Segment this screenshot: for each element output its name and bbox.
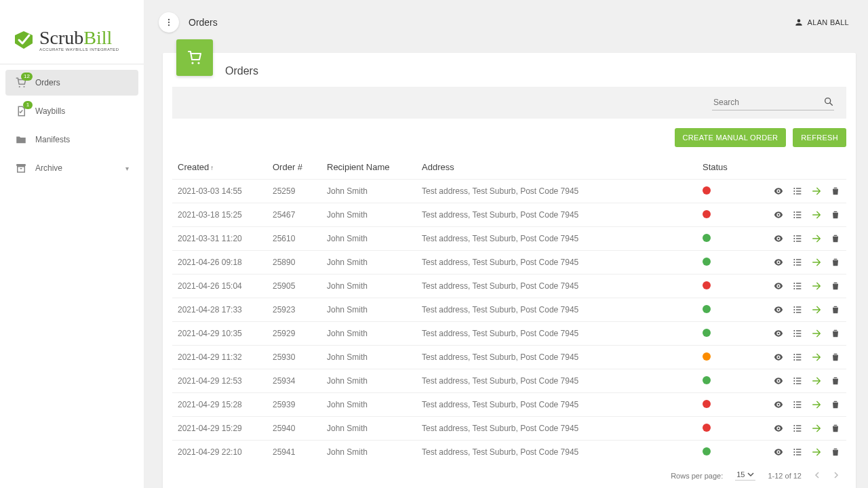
sidebar: ScrubBill ACCURATE WAYBILLS INTEGRATED 1… (0, 0, 144, 488)
pagination-prev[interactable] (814, 472, 821, 480)
send-icon[interactable] (811, 257, 822, 268)
status-dot (703, 186, 711, 195)
archive-icon (15, 162, 27, 174)
table-row[interactable]: 2021-03-31 11:2025610John SmithTest addr… (172, 227, 846, 251)
svg-point-8 (168, 24, 170, 26)
view-icon[interactable] (773, 423, 784, 434)
table-row[interactable]: 2021-04-26 09:1825890John SmithTest addr… (172, 251, 846, 274)
sidebar-item-archive[interactable]: Archive▾ (5, 155, 138, 181)
svg-point-18 (793, 193, 795, 195)
list-icon[interactable] (792, 257, 803, 268)
delete-icon[interactable] (830, 186, 841, 197)
list-icon[interactable] (792, 233, 803, 244)
list-icon[interactable] (792, 399, 803, 410)
svg-point-62 (778, 357, 780, 359)
table-row[interactable]: 2021-03-18 15:2525467John SmithTest addr… (172, 203, 846, 227)
delete-icon[interactable] (830, 375, 841, 386)
sidebar-item-label: Orders (35, 78, 60, 87)
delete-icon[interactable] (830, 352, 841, 363)
list-icon[interactable] (792, 186, 803, 197)
cell-address: Test address, Test Suburb, Post Code 794… (416, 251, 697, 274)
create-manual-order-button[interactable]: CREATE MANUAL ORDER (675, 128, 787, 147)
sidebar-item-orders[interactable]: 12Orders (5, 70, 138, 96)
list-icon[interactable] (792, 423, 803, 434)
delete-icon[interactable] (830, 304, 841, 315)
list-icon[interactable] (792, 209, 803, 220)
table-row[interactable]: 2021-04-29 15:2925940John SmithTest addr… (172, 417, 846, 441)
send-icon[interactable] (811, 233, 822, 244)
svg-point-13 (778, 190, 780, 192)
svg-point-91 (793, 449, 795, 450)
user-chip[interactable]: ALAN BALL (794, 18, 849, 27)
cell-created: 2021-04-29 15:29 (172, 417, 267, 441)
col-created[interactable]: Created↑ (172, 155, 267, 180)
svg-point-23 (793, 214, 795, 216)
delete-icon[interactable] (830, 209, 841, 220)
svg-rect-57 (796, 330, 801, 331)
list-icon[interactable] (792, 281, 803, 291)
send-icon[interactable] (811, 423, 822, 434)
delete-icon[interactable] (830, 399, 841, 410)
svg-rect-80 (796, 404, 801, 405)
list-icon[interactable] (792, 375, 803, 386)
view-icon[interactable] (773, 352, 784, 363)
send-icon[interactable] (811, 375, 822, 386)
list-icon[interactable] (792, 352, 803, 363)
cell-address: Test address, Test Suburb, Post Code 794… (416, 298, 697, 322)
view-icon[interactable] (773, 447, 784, 458)
delete-icon[interactable] (830, 423, 841, 434)
col-order[interactable]: Order # (267, 155, 321, 180)
delete-icon[interactable] (830, 328, 841, 339)
send-icon[interactable] (811, 328, 822, 339)
view-icon[interactable] (773, 375, 784, 386)
list-icon[interactable] (792, 328, 803, 339)
send-icon[interactable] (811, 186, 822, 197)
more-button[interactable] (159, 12, 179, 33)
table-row[interactable]: 2021-04-29 10:3525929John SmithTest addr… (172, 322, 846, 346)
send-icon[interactable] (811, 281, 822, 291)
send-icon[interactable] (811, 209, 822, 220)
view-icon[interactable] (773, 304, 784, 315)
delete-icon[interactable] (830, 233, 841, 244)
send-icon[interactable] (811, 304, 822, 315)
pagination-next[interactable] (833, 472, 840, 480)
cell-created: 2021-03-18 15:25 (172, 203, 267, 227)
send-icon[interactable] (811, 447, 822, 458)
col-recipient[interactable]: Recipient Name (321, 155, 416, 180)
delete-icon[interactable] (830, 447, 841, 458)
list-icon[interactable] (792, 304, 803, 315)
table-row[interactable]: 2021-04-28 17:3325923John SmithTest addr… (172, 298, 846, 322)
cell-address: Test address, Test Suburb, Post Code 794… (416, 274, 697, 298)
delete-icon[interactable] (830, 281, 841, 291)
view-icon[interactable] (773, 257, 784, 268)
col-address[interactable]: Address (416, 155, 697, 180)
cell-created: 2021-04-28 17:33 (172, 298, 267, 322)
rows-per-page-select[interactable]: 15 (735, 470, 755, 481)
table-row[interactable]: 2021-04-29 11:3225930John SmithTest addr… (172, 346, 846, 369)
sidebar-item-waybills[interactable]: 1Waybills (5, 98, 138, 124)
svg-point-84 (793, 425, 795, 426)
table-row[interactable]: 2021-04-29 22:1025941John SmithTest addr… (172, 441, 846, 464)
cell-order: 25930 (267, 346, 321, 369)
send-icon[interactable] (811, 399, 822, 410)
view-icon[interactable] (773, 209, 784, 220)
search-field[interactable] (712, 95, 834, 110)
send-icon[interactable] (811, 352, 822, 363)
view-icon[interactable] (773, 233, 784, 244)
view-icon[interactable] (773, 281, 784, 291)
main: Orders ALAN BALL Orders (144, 0, 868, 488)
table-row[interactable]: 2021-04-29 15:2825939John SmithTest addr… (172, 393, 846, 417)
view-icon[interactable] (773, 186, 784, 197)
list-icon[interactable] (792, 447, 803, 458)
search-input[interactable] (712, 95, 834, 110)
col-status[interactable]: Status (697, 155, 745, 180)
sidebar-item-manifests[interactable]: Manifests (5, 127, 138, 152)
search-icon[interactable] (823, 96, 834, 109)
refresh-button[interactable]: REFRESH (793, 128, 846, 147)
table-row[interactable]: 2021-04-29 12:5325934John SmithTest addr… (172, 369, 846, 393)
view-icon[interactable] (773, 328, 784, 339)
delete-icon[interactable] (830, 257, 841, 268)
table-row[interactable]: 2021-03-03 14:5525259John SmithTest addr… (172, 180, 846, 203)
view-icon[interactable] (773, 399, 784, 410)
table-row[interactable]: 2021-04-26 15:0425905John SmithTest addr… (172, 274, 846, 298)
